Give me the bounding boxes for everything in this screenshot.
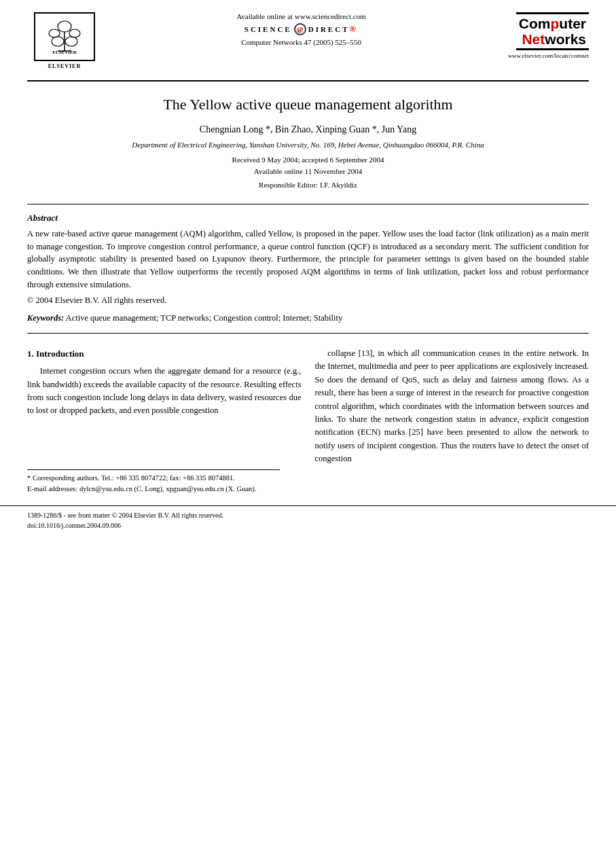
cn-works-span: works xyxy=(545,31,586,47)
direct-word: DIRECT® xyxy=(308,24,359,35)
footer-issn: 1389-1286/$ - see front matter © 2004 El… xyxy=(27,510,589,520)
authors: Chengnian Long *, Bin Zhao, Xinping Guan… xyxy=(41,124,575,135)
header-top: ELSEVIER ELSEVIER Available online at ww… xyxy=(27,12,589,69)
abstract-section: Abstract A new rate-based active queue m… xyxy=(0,213,616,325)
computer-networks-logo: Computer Networks www.elsevier.com/locat… xyxy=(501,12,589,59)
keywords-text: Active queue management; TCP networks; C… xyxy=(66,313,343,323)
intro-para1: Internet congestion occurs when the aggr… xyxy=(27,365,302,418)
elsevier-logo-box: ELSEVIER xyxy=(34,12,95,61)
col-left: 1. Introduction Internet congestion occu… xyxy=(27,347,302,465)
elsevier-tree-icon: ELSEVIER xyxy=(41,18,88,56)
available-date: Available online 11 November 2004 xyxy=(254,167,362,175)
copyright: © 2004 Elsevier B.V. All rights reserved… xyxy=(27,294,589,307)
science-row: SCIENCE @ DIRECT® xyxy=(244,23,358,35)
keywords: Keywords: Active queue management; TCP n… xyxy=(27,312,589,325)
footnote-area: * Corresponding authors. Tel.: +86 335 8… xyxy=(0,465,616,495)
abstract-heading: Abstract xyxy=(27,213,589,223)
abstract-divider-top xyxy=(27,204,589,204)
cn-m-span: p xyxy=(550,16,559,31)
body-section: 1. Introduction Internet congestion occu… xyxy=(0,342,616,465)
svg-text:ELSEVIER: ELSEVIER xyxy=(52,50,77,55)
responsible-editor: Responsible Editor: I.F. Akyildiz xyxy=(41,181,575,189)
paper-title: The Yellow active queue management algor… xyxy=(41,95,575,115)
science-word: SCIENCE xyxy=(244,25,292,33)
title-section: The Yellow active queue management algor… xyxy=(0,82,616,196)
cn-puter-span: uter xyxy=(559,16,586,31)
sciencedirect-logo: SCIENCE @ DIRECT® xyxy=(244,23,358,35)
cn-logo-line1: Computer xyxy=(519,16,586,31)
cn-url: www.elsevier.com/locate/comnet xyxy=(508,52,589,59)
available-online-text: Available online at www.sciencedirect.co… xyxy=(236,12,366,20)
cn-co-span: Com xyxy=(519,16,551,31)
header-center: Available online at www.sciencedirect.co… xyxy=(102,12,501,46)
col-right: collapse [13], in which all communicatio… xyxy=(315,347,590,465)
cn-logo-box: Computer Networks xyxy=(516,12,589,50)
elsevier-logo: ELSEVIER ELSEVIER xyxy=(27,12,102,69)
footnote-email: E-mail addresses: dylcn@ysu.edu.cn (C. L… xyxy=(27,484,589,495)
two-columns: 1. Introduction Internet congestion occu… xyxy=(27,347,589,465)
cn-logo-line2: Networks xyxy=(519,31,586,47)
received-date: Received 9 May 2004; accepted 6 Septembe… xyxy=(232,156,384,164)
header: ELSEVIER ELSEVIER Available online at ww… xyxy=(0,0,616,82)
intro-heading: 1. Introduction xyxy=(27,347,302,361)
footer-bar: 1389-1286/$ - see front matter © 2004 El… xyxy=(0,505,616,535)
footer-doi: doi:10.1016/j.comnet.2004.09.006 xyxy=(27,520,589,531)
intro-para2: collapse [13], in which all communicatio… xyxy=(315,347,590,465)
abstract-text: A new rate-based active queue management… xyxy=(27,228,589,291)
footnote-corresponding: * Corresponding authors. Tel.: +86 335 8… xyxy=(27,473,589,484)
cn-net-span: Net xyxy=(522,31,545,47)
footnote-divider xyxy=(27,469,280,470)
header-divider xyxy=(27,80,589,82)
abstract-divider-bottom xyxy=(27,333,589,334)
keywords-label: Keywords: xyxy=(27,313,64,323)
elsevier-text: ELSEVIER xyxy=(48,63,81,69)
journal-issue: Computer Networks 47 (2005) 525–550 xyxy=(241,38,361,46)
affiliation: Department of Electrical Engineering, Ya… xyxy=(41,141,575,149)
dates: Received 9 May 2004; accepted 6 Septembe… xyxy=(41,154,575,178)
page: ELSEVIER ELSEVIER Available online at ww… xyxy=(0,0,616,841)
at-symbol: @ xyxy=(294,23,306,35)
registered-mark: ® xyxy=(349,24,358,34)
